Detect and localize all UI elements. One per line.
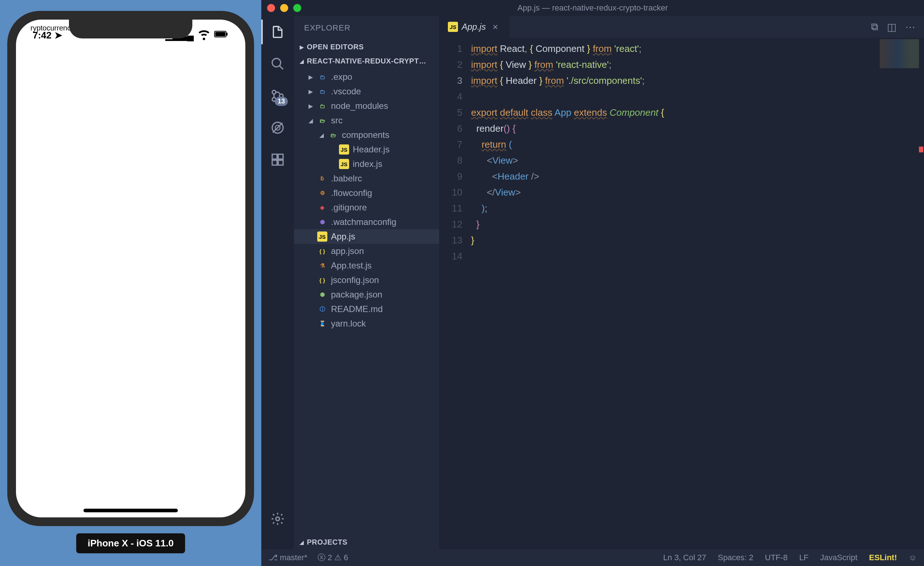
- code-editor[interactable]: 1 2 3 4 5 6 7 8 9 10 11 12 13 14 import …: [439, 38, 924, 549]
- problems-indicator[interactable]: ⓧ 2 ⚠ 6: [318, 552, 348, 563]
- warning-icon: ⚠: [334, 553, 342, 562]
- tree-file-readme-md[interactable]: ⓘREADME.md: [294, 302, 439, 316]
- tree-file-jsconfig-json[interactable]: { }jsconfig.json: [294, 273, 439, 287]
- svg-rect-12: [272, 160, 277, 165]
- editor-area: JS App.js × ⧉ ◫ ⋯ 1 2 3 4 5 6: [439, 16, 924, 549]
- tab-app-js[interactable]: JS App.js ×: [439, 16, 510, 38]
- svg-line-9: [273, 123, 283, 133]
- vscode-window: App.js — react-native-redux-crypto-track…: [261, 0, 924, 566]
- feedback-icon[interactable]: ☺: [909, 553, 917, 562]
- source-control-icon[interactable]: 13: [269, 87, 286, 105]
- phone-screen[interactable]: ryptocurrenc 7:42 ➤ ▁▂▃▄: [16, 19, 245, 517]
- battery-icon: [214, 27, 229, 44]
- tree-file-app-json[interactable]: { }app.json: [294, 244, 439, 258]
- svg-point-3: [272, 58, 280, 67]
- search-icon[interactable]: [269, 55, 286, 73]
- open-editors-section[interactable]: ▶OPEN EDITORS: [294, 40, 439, 54]
- tree-file-index-js[interactable]: JSindex.js: [294, 157, 439, 171]
- tab-label: App.js: [462, 22, 486, 32]
- window-controls: [267, 4, 301, 12]
- cursor-position[interactable]: Ln 3, Col 27: [663, 553, 706, 562]
- line-number-gutter: 1 2 3 4 5 6 7 8 9 10 11 12 13 14: [439, 38, 471, 549]
- tree-file-app-test-js[interactable]: ⚗App.test.js: [294, 258, 439, 273]
- svg-rect-1: [215, 32, 225, 36]
- settings-gear-icon[interactable]: [269, 510, 286, 527]
- split-editor-icon[interactable]: ◫: [887, 21, 896, 33]
- phone-frame: ryptocurrenc 7:42 ➤ ▁▂▃▄: [7, 11, 254, 526]
- language-mode[interactable]: JavaScript: [820, 553, 858, 562]
- encoding[interactable]: UTF-8: [765, 553, 788, 562]
- svg-rect-11: [272, 154, 277, 159]
- activity-bar: 13: [261, 16, 294, 549]
- window-title: App.js — react-native-redux-crypto-track…: [518, 3, 668, 13]
- ios-simulator-panel: ryptocurrenc 7:42 ➤ ▁▂▃▄ i: [0, 0, 261, 566]
- eslint-status[interactable]: ESLint!: [869, 553, 897, 562]
- status-bar: ⎇ master* ⓧ 2 ⚠ 6 Ln 3, Col 27 Spaces: 2…: [261, 549, 924, 566]
- titlebar[interactable]: App.js — react-native-redux-crypto-track…: [261, 0, 924, 16]
- maximize-window-button[interactable]: [293, 4, 301, 12]
- extensions-icon[interactable]: [269, 151, 286, 168]
- svg-rect-14: [278, 154, 283, 159]
- more-actions-icon[interactable]: ⋯: [905, 21, 915, 33]
- phone-notch: [69, 19, 192, 39]
- sidebar-explorer: EXPLORER ▶OPEN EDITORS ◢REACT-NATIVE-RED…: [294, 16, 439, 549]
- debug-icon[interactable]: [269, 119, 286, 136]
- tree-folder-node-modules[interactable]: ▶🗀node_modules: [294, 99, 439, 113]
- tree-file-gitignore[interactable]: ◈.gitignore: [294, 200, 439, 215]
- tabs-row: JS App.js × ⧉ ◫ ⋯: [439, 16, 924, 38]
- tree-file-app-js[interactable]: JSApp.js: [294, 229, 439, 244]
- error-marker[interactable]: [919, 147, 923, 153]
- tree-file-yarn-lock[interactable]: 🧵yarn.lock: [294, 316, 439, 331]
- explorer-icon[interactable]: [269, 23, 286, 40]
- branch-icon: ⎇: [268, 553, 278, 562]
- sidebar-header: EXPLORER: [294, 16, 439, 40]
- tree-folder-src[interactable]: ◢🗁src: [294, 113, 439, 128]
- git-branch[interactable]: ⎇ master*: [268, 553, 308, 562]
- svg-point-5: [272, 90, 276, 94]
- simulator-device-label: iPhone X - iOS 11.0: [76, 533, 186, 553]
- code-content[interactable]: import React, { Component } from 'react'…: [471, 38, 924, 549]
- tree-folder-expo[interactable]: ▶🗀.expo: [294, 70, 439, 84]
- tree-file-flowconfig[interactable]: ⚙.flowconfig: [294, 186, 439, 200]
- workspace-section[interactable]: ◢REACT-NATIVE-REDUX-CRYPT…: [294, 54, 439, 68]
- tree-file-watchmanconfig[interactable]: ⬢.watchmanconfig: [294, 215, 439, 229]
- close-window-button[interactable]: [267, 4, 275, 12]
- tree-file-babelrc[interactable]: ɓ.babelrc: [294, 171, 439, 186]
- home-indicator[interactable]: [84, 509, 178, 512]
- indentation[interactable]: Spaces: 2: [718, 553, 753, 562]
- compare-icon[interactable]: ⧉: [871, 21, 878, 33]
- svg-rect-2: [226, 33, 228, 36]
- minimize-window-button[interactable]: [280, 4, 288, 12]
- eol[interactable]: LF: [799, 553, 808, 562]
- svg-point-15: [276, 517, 279, 521]
- app-title-clipped: ryptocurrenc: [30, 24, 71, 32]
- svg-line-4: [279, 66, 283, 69]
- minimap[interactable]: [875, 39, 919, 68]
- file-icon-js: JS: [448, 22, 458, 32]
- projects-section[interactable]: ◢PROJECTS: [294, 535, 439, 549]
- tree-folder-vscode[interactable]: ▶🗀.vscode: [294, 84, 439, 99]
- error-icon: ⓧ: [318, 552, 326, 563]
- editor-actions: ⧉ ◫ ⋯: [871, 21, 924, 33]
- tab-close-icon[interactable]: ×: [490, 21, 501, 33]
- svg-rect-13: [278, 160, 283, 165]
- tree-file-header-js[interactable]: JSHeader.js: [294, 142, 439, 157]
- tree-folder-components[interactable]: ◢🗁components: [294, 128, 439, 142]
- scm-badge: 13: [275, 97, 288, 106]
- tree-file-package-json[interactable]: ⬢package.json: [294, 287, 439, 302]
- wifi-icon: [197, 27, 211, 44]
- file-tree: ▶🗀.expo ▶🗀.vscode ▶🗀node_modules ◢🗁src ◢…: [294, 68, 439, 332]
